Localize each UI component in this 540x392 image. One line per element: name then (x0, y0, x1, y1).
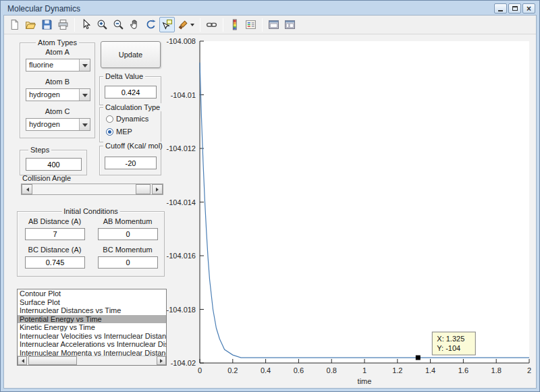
edit-plot-cursor-icon (80, 19, 92, 30)
new-file-icon (9, 19, 20, 30)
insert-colorbar-button[interactable] (227, 17, 242, 32)
y-tick-label: -104.018 (167, 306, 196, 314)
print-icon (57, 19, 69, 30)
brush-button[interactable] (176, 17, 196, 32)
y-tick-label: -104.02 (171, 359, 196, 367)
bc-distance-input[interactable] (25, 256, 85, 269)
atom-types-title: Atom Types (36, 38, 79, 47)
link-plot-button[interactable] (204, 17, 219, 32)
list-item[interactable]: Internuclear Momenta vs Internuclear Dis… (18, 349, 166, 356)
y-tick-label: -104.016 (167, 252, 196, 260)
radio-mep[interactable]: MEP (106, 128, 132, 136)
x-axis-title: time (358, 377, 372, 385)
zoom-in-button[interactable] (94, 17, 110, 32)
save-button[interactable] (39, 17, 55, 32)
toolbar-separator (200, 18, 200, 32)
dropdown-arrow-icon[interactable] (79, 89, 90, 101)
steps-title: Steps (28, 146, 51, 154)
initial-conditions-group: Initial Conditions AB Distance (A) AB Mo… (17, 211, 165, 277)
delta-value-input[interactable] (105, 86, 157, 99)
radio-dynamics[interactable]: Dynamics (106, 115, 148, 123)
list-item[interactable]: Potential Energy vs Time (18, 315, 166, 324)
radio-mep-label: MEP (116, 128, 132, 136)
zoom-out-button[interactable] (111, 17, 126, 32)
x-tick-label: 2 (527, 366, 531, 374)
x-tick-label: 1 (362, 366, 367, 374)
toolbar-separator (74, 18, 75, 32)
delta-value-title: Delta Value (103, 72, 145, 80)
rotate-3d-icon (145, 19, 157, 30)
left-arrow-icon (24, 188, 29, 192)
insert-legend-icon (245, 19, 256, 30)
calculation-type-title: Calculation Type (103, 103, 162, 111)
x-tick-label: 0.4 (261, 366, 271, 374)
listbox-items: Contour PlotSurface PlotInternuclear Dis… (18, 289, 166, 356)
dropdown-arrow-icon[interactable] (79, 119, 90, 130)
cutoff-input[interactable] (105, 157, 157, 169)
hide-plot-tools-button[interactable] (266, 17, 281, 32)
radio-dynamics-label: Dynamics (116, 115, 148, 123)
insert-legend-button[interactable] (243, 17, 259, 32)
bc-momentum-label: BC Momentum (93, 246, 162, 254)
open-file-icon (25, 19, 36, 30)
list-item[interactable]: Surface Plot (18, 298, 166, 307)
toolbar-separator (262, 18, 263, 32)
show-plot-tools-icon (284, 19, 296, 30)
atom-b-value: hydrogen (26, 89, 79, 101)
minimize-button[interactable] (494, 3, 507, 13)
plot-area[interactable]: -104.008-104.01-104.012-104.014-104.016-… (156, 34, 538, 392)
list-item[interactable]: Kinetic Energy vs Time (18, 323, 166, 332)
y-tick-label: -104.008 (167, 37, 196, 45)
list-item[interactable]: Contour Plot (18, 289, 166, 298)
edit-plot-button[interactable] (78, 17, 94, 32)
x-tick-label: 0.8 (327, 366, 337, 374)
print-button[interactable] (55, 17, 71, 32)
delta-value-group: Delta Value (99, 76, 161, 105)
dropdown-arrow-icon[interactable] (79, 59, 90, 71)
list-item[interactable]: Internuclear Distances vs Time (18, 306, 166, 315)
bc-distance-label: BC Distance (A) (20, 246, 89, 254)
x-tick-label: 1.4 (425, 366, 435, 374)
new-file-button[interactable] (7, 17, 22, 32)
datatip-marker[interactable] (416, 356, 421, 360)
slider-left-arrow[interactable] (22, 184, 32, 194)
maximize-icon (512, 6, 518, 11)
plot-type-listbox[interactable]: Contour PlotSurface PlotInternuclear Dis… (17, 289, 167, 366)
close-button[interactable]: × (522, 3, 535, 13)
show-plot-tools-button[interactable] (282, 17, 298, 32)
maximize-button[interactable] (508, 3, 521, 13)
pan-button[interactable] (127, 17, 142, 32)
data-cursor-button[interactable] (159, 17, 175, 32)
listbox-scroll-left[interactable] (18, 356, 27, 365)
bc-momentum-input[interactable] (98, 256, 158, 269)
minimize-icon (498, 10, 503, 11)
list-item[interactable]: Internuclear Velocities vs Internuclear … (18, 332, 166, 341)
ab-momentum-input[interactable] (98, 228, 158, 240)
brush-dropdown-icon[interactable] (190, 24, 194, 28)
rotate-3d-button[interactable] (143, 17, 159, 32)
pan-hand-icon (129, 19, 140, 30)
title-bar[interactable]: Molecular Dynamics × (3, 2, 537, 15)
data-cursor-icon (161, 19, 173, 30)
atom-c-dropdown[interactable]: hydrogen (26, 118, 90, 131)
list-item[interactable]: Internuclear Accelerations vs Internucle… (18, 340, 166, 349)
listbox-hscrollbar[interactable] (18, 356, 166, 365)
zoom-out-icon (113, 19, 124, 30)
update-button[interactable]: Update (101, 41, 161, 68)
atom-c-value: hydrogen (26, 119, 79, 130)
hide-plot-tools-icon (268, 19, 279, 30)
atom-a-dropdown[interactable]: fluorine (26, 59, 90, 72)
steps-group: Steps (20, 150, 87, 175)
app-window: Molecular Dynamics × Atom Types Atom A (0, 0, 540, 392)
x-tick-label: 0.6 (294, 366, 304, 374)
listbox-scroll-thumb[interactable] (28, 356, 77, 365)
open-file-button[interactable] (23, 17, 38, 32)
collision-angle-slider[interactable] (21, 184, 163, 195)
ab-distance-input[interactable] (25, 228, 85, 240)
atom-a-value: fluorine (26, 59, 79, 71)
x-tick-label: 0 (198, 366, 202, 374)
atom-b-dropdown[interactable]: hydrogen (26, 88, 90, 101)
steps-input[interactable] (26, 158, 82, 171)
calculation-type-group: Calculation Type Dynamics MEP (99, 107, 161, 142)
slider-thumb[interactable] (136, 184, 151, 194)
